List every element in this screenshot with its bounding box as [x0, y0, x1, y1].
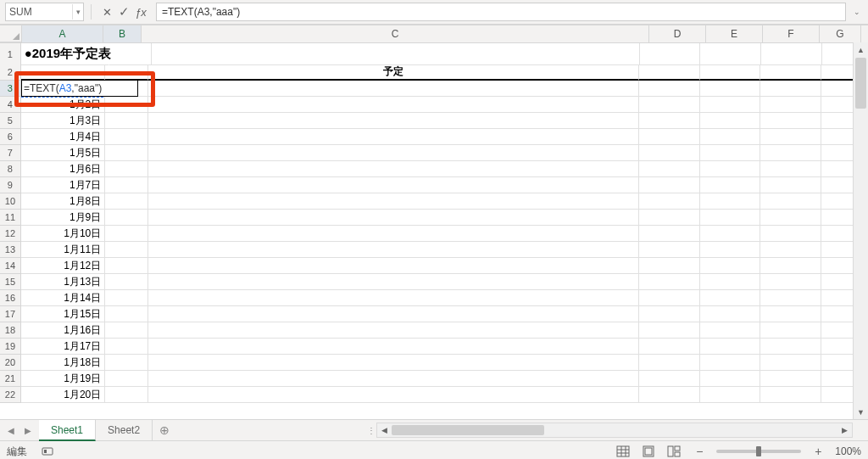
scroll-up-button[interactable]: ▲	[854, 42, 868, 57]
cell-D8[interactable]	[639, 161, 700, 177]
cell-E22[interactable]	[700, 387, 761, 403]
cell-A18[interactable]: 1月16日	[21, 322, 105, 339]
row-header-22[interactable]: 22	[0, 387, 21, 403]
cell-B10[interactable]	[105, 193, 148, 210]
row-header-2[interactable]: 2	[0, 64, 21, 81]
cell-C6[interactable]	[148, 129, 639, 145]
row-header-5[interactable]: 5	[0, 113, 21, 129]
cell-D20[interactable]	[639, 355, 700, 371]
cell-A17[interactable]: 1月15日	[21, 306, 105, 322]
cell-C3[interactable]	[148, 81, 639, 97]
scroll-right-button[interactable]: ▶	[837, 426, 852, 434]
cell-D22[interactable]	[639, 387, 700, 403]
cell-E18[interactable]	[700, 322, 761, 339]
cell-E7[interactable]	[700, 145, 761, 161]
cell-E10[interactable]	[700, 193, 761, 210]
cell-A7[interactable]: 1月5日	[21, 145, 105, 161]
cell-C20[interactable]	[148, 355, 639, 371]
cell-E13[interactable]	[700, 242, 761, 258]
cell-D5[interactable]	[639, 113, 700, 129]
cell-F8[interactable]	[760, 161, 821, 177]
row-header-14[interactable]: 14	[0, 258, 21, 274]
scroll-left-button[interactable]: ◀	[377, 426, 392, 434]
row-header-9[interactable]: 9	[0, 177, 21, 193]
cell-A4[interactable]: 1月2日	[21, 97, 105, 113]
cell-B17[interactable]	[105, 306, 148, 322]
select-all-corner[interactable]	[0, 25, 22, 42]
horizontal-scrollbar[interactable]: ◀ ▶	[376, 423, 853, 438]
cell-C18[interactable]	[148, 322, 639, 339]
col-header-F[interactable]: F	[763, 25, 820, 42]
cell-C14[interactable]	[148, 258, 639, 274]
cell-C15[interactable]	[148, 274, 639, 290]
cell-A12[interactable]: 1月10日	[21, 226, 105, 242]
cell-E9[interactable]	[700, 177, 761, 193]
cell-C17[interactable]	[148, 306, 639, 322]
cell-E19[interactable]	[700, 339, 761, 355]
cell-D9[interactable]	[639, 177, 700, 193]
cell-F12[interactable]	[760, 226, 821, 242]
cell-D16[interactable]	[639, 290, 700, 306]
add-sheet-button[interactable]: ⊕	[153, 420, 176, 440]
cell-B5[interactable]	[105, 113, 148, 129]
tab-split-handle[interactable]: ⋮	[366, 420, 376, 440]
row-header-15[interactable]: 15	[0, 274, 21, 290]
row-header-21[interactable]: 21	[0, 371, 21, 387]
view-page-break-button[interactable]	[665, 444, 682, 459]
cell-F18[interactable]	[760, 322, 821, 339]
cell-B2[interactable]	[105, 64, 148, 81]
cell-B16[interactable]	[105, 290, 148, 306]
cell-A9[interactable]: 1月7日	[21, 177, 105, 193]
cell-F15[interactable]	[760, 274, 821, 290]
cell-B20[interactable]	[105, 355, 148, 371]
cell-C10[interactable]	[148, 193, 639, 210]
zoom-out-button[interactable]: −	[691, 444, 708, 459]
cell-D15[interactable]	[639, 274, 700, 290]
h-scroll-thumb[interactable]	[392, 425, 544, 435]
cell-A11[interactable]: 1月9日	[21, 210, 105, 226]
cell-C13[interactable]	[148, 242, 639, 258]
vertical-scrollbar[interactable]: ▲ ▼	[853, 42, 868, 419]
col-header-A[interactable]: A	[22, 25, 103, 42]
cell-F2[interactable]	[760, 64, 821, 81]
cell-D21[interactable]	[639, 371, 700, 387]
cell-B13[interactable]	[105, 242, 148, 258]
cell-C7[interactable]	[148, 145, 639, 161]
cell-F4[interactable]	[760, 97, 821, 113]
cell-B6[interactable]	[105, 129, 148, 145]
cell-E14[interactable]	[700, 258, 761, 274]
cell-D14[interactable]	[639, 258, 700, 274]
formula-expand-chevron-icon[interactable]: ⌄	[849, 8, 865, 16]
cell-E20[interactable]	[700, 355, 761, 371]
cell-E4[interactable]	[700, 97, 761, 113]
cell-B12[interactable]	[105, 226, 148, 242]
sheet-tab-Sheet1[interactable]: Sheet1	[39, 420, 96, 441]
cell-D1[interactable]	[640, 43, 701, 65]
cell-F13[interactable]	[760, 242, 821, 258]
cell-C5[interactable]	[148, 113, 639, 129]
cell-F22[interactable]	[760, 387, 821, 403]
name-box[interactable]: SUM ▾	[5, 3, 84, 21]
formula-input[interactable]: =TEXT(A3,"aaa")	[156, 3, 846, 21]
cell-B22[interactable]	[105, 387, 148, 403]
cell-C8[interactable]	[148, 161, 639, 177]
cell-C19[interactable]	[148, 339, 639, 355]
name-box-chevron-down-icon[interactable]: ▾	[72, 4, 83, 20]
cell-F21[interactable]	[760, 371, 821, 387]
cell-E11[interactable]	[700, 210, 761, 226]
cell-E5[interactable]	[700, 113, 761, 129]
cell-A15[interactable]: 1月13日	[21, 274, 105, 290]
cell-F17[interactable]	[760, 306, 821, 322]
cell-C11[interactable]	[148, 210, 639, 226]
cell-A10[interactable]: 1月8日	[21, 193, 105, 210]
zoom-slider[interactable]	[716, 450, 801, 453]
cell-D19[interactable]	[639, 339, 700, 355]
cell-F20[interactable]	[760, 355, 821, 371]
cell-E2[interactable]	[700, 64, 761, 81]
cell-B21[interactable]	[105, 371, 148, 387]
cell-F14[interactable]	[760, 258, 821, 274]
cell-F5[interactable]	[760, 113, 821, 129]
cell-D18[interactable]	[639, 322, 700, 339]
cell-B15[interactable]	[105, 274, 148, 290]
row-header-6[interactable]: 6	[0, 129, 21, 145]
